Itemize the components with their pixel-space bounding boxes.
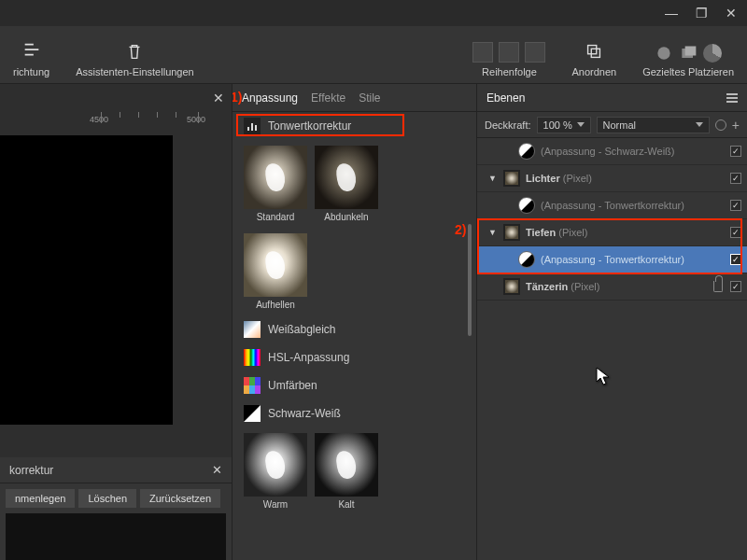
document-tab: ✕: [0, 84, 232, 112]
preset-darken[interactable]: [315, 146, 378, 209]
annotation-1: 1): [232, 90, 242, 105]
add-layer-icon[interactable]: +: [732, 118, 740, 133]
panel-title: korrektur: [9, 464, 53, 477]
gear-icon[interactable]: [715, 119, 726, 131]
blend-mode-dropdown[interactable]: Normal: [597, 117, 710, 133]
histogram-area: [6, 513, 226, 560]
tab-adjustment[interactable]: Anpassung: [242, 91, 298, 105]
svg-rect-4: [685, 47, 697, 56]
reset-button[interactable]: Zurücksetzen: [140, 489, 220, 508]
preset-cold[interactable]: [315, 433, 378, 497]
adjustment-panel: korrektur ✕ nmenlegen Löschen Zurücksetz…: [0, 457, 232, 560]
whitebalance-icon: [244, 321, 261, 338]
toolbar: richtung Assistenten-Einstellungen Reihe…: [0, 26, 747, 84]
place-icon: [655, 44, 722, 63]
tool-order[interactable]: Reihenfolge: [459, 42, 558, 77]
adj-hsl-label: HSL-Anpassung: [268, 351, 349, 364]
preset-standard[interactable]: [244, 146, 307, 209]
annotation-2: 2): [455, 222, 466, 237]
align-icon: [21, 40, 43, 63]
layer-thumb: [503, 224, 520, 241]
canvas[interactable]: [0, 135, 173, 425]
tool-wizard[interactable]: Assistenten-Einstellungen: [63, 40, 207, 77]
visibility-checkbox[interactable]: ✓: [730, 281, 741, 292]
adj-recolor[interactable]: Umfärben: [233, 371, 476, 399]
opacity-field[interactable]: 100 %: [537, 117, 591, 133]
adjustments-panel: 1) Anpassung Effekte Stile Tonwertkorrek…: [232, 84, 476, 560]
recolor-icon: [244, 377, 261, 394]
lock-icon[interactable]: [713, 281, 723, 292]
adj-recolor-label: Umfärben: [268, 379, 317, 392]
adj-bw[interactable]: Schwarz-Weiß: [233, 399, 476, 427]
adjustment-icon: [518, 143, 535, 160]
visibility-checkbox[interactable]: ✓: [730, 146, 741, 157]
adj-levels-label: Tonwertkorrektur: [268, 119, 351, 133]
ruler[interactable]: 4500 5000: [0, 112, 232, 131]
adj-bw-label: Schwarz-Weiß: [268, 407, 341, 420]
layer-adj-levels-2[interactable]: (Anpassung - Tonwertkorrektur) ✓: [477, 246, 747, 273]
svg-point-2: [657, 47, 669, 59]
layer-lights[interactable]: ▼ Lichter (Pixel) ✓: [477, 165, 747, 192]
trash-icon: [123, 40, 146, 63]
merge-button[interactable]: nmenlegen: [6, 489, 75, 508]
adjustment-icon: [518, 251, 535, 268]
maximize-button[interactable]: ❐: [693, 6, 710, 21]
arrange-icon: [583, 40, 605, 63]
cursor-icon: [596, 367, 611, 387]
tool-align[interactable]: richtung: [0, 40, 63, 77]
layer-adj-levels-1[interactable]: (Anpassung - Tonwertkorrektur) ✓: [477, 192, 747, 219]
svg-rect-0: [588, 46, 597, 54]
levels-icon: [244, 118, 261, 134]
layer-thumb: [503, 278, 520, 295]
tool-place-label: Gezieltes Platzieren: [642, 66, 734, 77]
tool-wizard-label: Assistenten-Einstellungen: [76, 66, 194, 77]
visibility-checkbox[interactable]: ✓: [730, 254, 741, 265]
minimize-button[interactable]: —: [663, 6, 680, 21]
layer-thumb: [503, 170, 520, 187]
tool-order-label: Reihenfolge: [482, 66, 537, 77]
layer-depths[interactable]: ▼ Tiefen (Pixel) ✓: [477, 219, 747, 246]
hsl-icon: [244, 349, 261, 366]
close-panel-icon[interactable]: ✕: [212, 463, 222, 477]
adj-whitebalance[interactable]: Weißabgleich: [233, 315, 476, 343]
adj-hsl[interactable]: HSL-Anpassung: [233, 343, 476, 371]
document-column: ✕ 4500 5000 korrektur ✕ nmenlegen Lösche…: [0, 84, 232, 560]
bw-icon: [244, 405, 261, 422]
visibility-checkbox[interactable]: ✓: [730, 227, 741, 238]
layers-tab[interactable]: Ebenen: [486, 91, 525, 105]
tool-align-label: richtung: [13, 66, 49, 77]
tool-place[interactable]: Gezieltes Platzieren: [629, 44, 747, 77]
tab-styles[interactable]: Stile: [359, 91, 380, 105]
close-button[interactable]: ✕: [723, 6, 740, 21]
close-tab-icon[interactable]: ✕: [213, 91, 224, 105]
layer-adj-bw[interactable]: (Anpassung - Schwarz-Weiß) ✓: [477, 138, 747, 165]
panel-tabs: Anpassung Effekte Stile: [233, 84, 476, 112]
titlebar: — ❐ ✕: [0, 0, 747, 26]
svg-rect-1: [592, 49, 600, 57]
delete-button[interactable]: Löschen: [78, 489, 136, 508]
opacity-label: Deckkraft:: [485, 119, 531, 131]
visibility-checkbox[interactable]: ✓: [730, 173, 741, 184]
layer-dancer[interactable]: Tänzerin (Pixel) ✓: [477, 273, 747, 301]
tab-effects[interactable]: Effekte: [311, 91, 345, 105]
scrollbar-thumb[interactable]: [468, 224, 472, 336]
order-icon: [472, 42, 545, 63]
adj-levels[interactable]: Tonwertkorrektur: [233, 112, 476, 140]
tool-arrange[interactable]: Anordnen: [558, 40, 629, 77]
panel-menu-icon[interactable]: [726, 93, 738, 103]
preset-brighten[interactable]: [244, 233, 307, 297]
tool-arrange-label: Anordnen: [571, 66, 616, 77]
adjustment-icon: [518, 197, 535, 214]
preset-warm[interactable]: [244, 433, 307, 497]
layers-panel: Ebenen Deckkraft: 100 % Normal + (Anpass…: [476, 84, 747, 560]
adj-wb-label: Weißabgleich: [268, 323, 335, 336]
visibility-checkbox[interactable]: ✓: [730, 200, 741, 211]
